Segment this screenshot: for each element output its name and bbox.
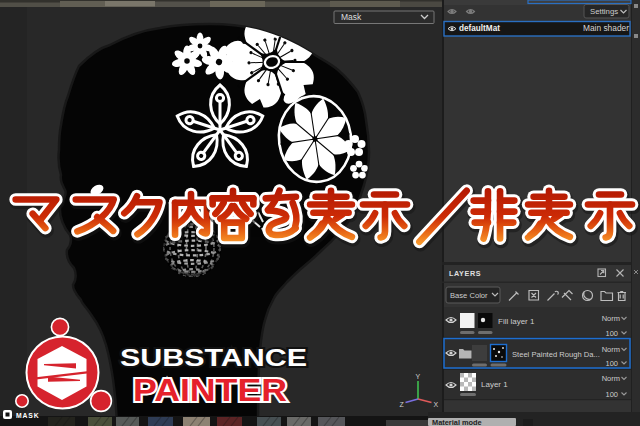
svg-text:Norm: Norm (602, 345, 620, 354)
svg-text:Norm: Norm (602, 314, 620, 323)
svg-text:defaultMat: defaultMat (459, 24, 500, 33)
svg-text:100: 100 (605, 390, 618, 399)
svg-text:Base Color: Base Color (450, 291, 488, 300)
svg-text:100: 100 (605, 359, 618, 368)
svg-text:Norm: Norm (602, 374, 620, 383)
svg-text:Layer 1: Layer 1 (481, 380, 508, 389)
svg-text:Mask: Mask (341, 12, 362, 22)
svg-text:LAYERS: LAYERS (449, 269, 481, 278)
svg-text:Steel Painted Rough Da...: Steel Painted Rough Da... (512, 350, 600, 359)
svg-text:100: 100 (605, 329, 618, 338)
svg-text:Material mode: Material mode (432, 418, 482, 426)
svg-text:Main shader: Main shader (583, 23, 629, 33)
svg-text:Settings: Settings (590, 7, 618, 16)
svg-text:Fill layer 1: Fill layer 1 (498, 317, 535, 326)
